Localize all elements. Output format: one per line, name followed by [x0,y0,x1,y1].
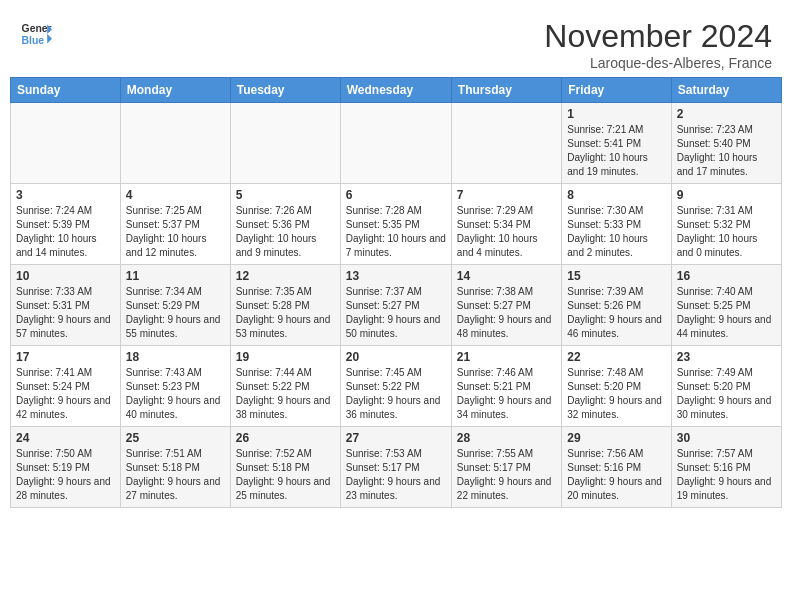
day-number: 29 [567,431,665,445]
weekday-tuesday: Tuesday [230,78,340,103]
day-cell: 8Sunrise: 7:30 AMSunset: 5:33 PMDaylight… [562,184,671,265]
day-number: 2 [677,107,776,121]
day-info: Sunrise: 7:33 AMSunset: 5:31 PMDaylight:… [16,285,115,341]
day-cell: 10Sunrise: 7:33 AMSunset: 5:31 PMDayligh… [11,265,121,346]
day-number: 17 [16,350,115,364]
day-info: Sunrise: 7:35 AMSunset: 5:28 PMDaylight:… [236,285,335,341]
day-cell [230,103,340,184]
weekday-header-row: SundayMondayTuesdayWednesdayThursdayFrid… [11,78,782,103]
day-info: Sunrise: 7:52 AMSunset: 5:18 PMDaylight:… [236,447,335,503]
svg-text:Blue: Blue [22,35,45,46]
day-info: Sunrise: 7:21 AMSunset: 5:41 PMDaylight:… [567,123,665,179]
day-number: 7 [457,188,556,202]
day-info: Sunrise: 7:34 AMSunset: 5:29 PMDaylight:… [126,285,225,341]
week-row-3: 10Sunrise: 7:33 AMSunset: 5:31 PMDayligh… [11,265,782,346]
day-cell: 22Sunrise: 7:48 AMSunset: 5:20 PMDayligh… [562,346,671,427]
day-number: 5 [236,188,335,202]
day-cell: 21Sunrise: 7:46 AMSunset: 5:21 PMDayligh… [451,346,561,427]
day-info: Sunrise: 7:48 AMSunset: 5:20 PMDaylight:… [567,366,665,422]
day-number: 16 [677,269,776,283]
day-info: Sunrise: 7:28 AMSunset: 5:35 PMDaylight:… [346,204,446,260]
day-cell: 29Sunrise: 7:56 AMSunset: 5:16 PMDayligh… [562,427,671,508]
day-number: 8 [567,188,665,202]
day-cell: 11Sunrise: 7:34 AMSunset: 5:29 PMDayligh… [120,265,230,346]
day-cell: 26Sunrise: 7:52 AMSunset: 5:18 PMDayligh… [230,427,340,508]
day-cell: 6Sunrise: 7:28 AMSunset: 5:35 PMDaylight… [340,184,451,265]
calendar-header: SundayMondayTuesdayWednesdayThursdayFrid… [11,78,782,103]
day-info: Sunrise: 7:45 AMSunset: 5:22 PMDaylight:… [346,366,446,422]
day-number: 18 [126,350,225,364]
day-cell: 17Sunrise: 7:41 AMSunset: 5:24 PMDayligh… [11,346,121,427]
logo-icon: General Blue [20,18,52,50]
weekday-sunday: Sunday [11,78,121,103]
day-cell: 27Sunrise: 7:53 AMSunset: 5:17 PMDayligh… [340,427,451,508]
day-info: Sunrise: 7:41 AMSunset: 5:24 PMDaylight:… [16,366,115,422]
day-cell: 1Sunrise: 7:21 AMSunset: 5:41 PMDaylight… [562,103,671,184]
day-cell: 9Sunrise: 7:31 AMSunset: 5:32 PMDaylight… [671,184,781,265]
week-row-2: 3Sunrise: 7:24 AMSunset: 5:39 PMDaylight… [11,184,782,265]
day-number: 30 [677,431,776,445]
day-number: 9 [677,188,776,202]
week-row-4: 17Sunrise: 7:41 AMSunset: 5:24 PMDayligh… [11,346,782,427]
day-number: 4 [126,188,225,202]
day-number: 24 [16,431,115,445]
day-info: Sunrise: 7:39 AMSunset: 5:26 PMDaylight:… [567,285,665,341]
day-number: 21 [457,350,556,364]
day-number: 12 [236,269,335,283]
weekday-saturday: Saturday [671,78,781,103]
day-cell: 20Sunrise: 7:45 AMSunset: 5:22 PMDayligh… [340,346,451,427]
day-cell: 19Sunrise: 7:44 AMSunset: 5:22 PMDayligh… [230,346,340,427]
day-number: 25 [126,431,225,445]
day-info: Sunrise: 7:57 AMSunset: 5:16 PMDaylight:… [677,447,776,503]
week-row-5: 24Sunrise: 7:50 AMSunset: 5:19 PMDayligh… [11,427,782,508]
day-number: 28 [457,431,556,445]
day-info: Sunrise: 7:53 AMSunset: 5:17 PMDaylight:… [346,447,446,503]
day-info: Sunrise: 7:50 AMSunset: 5:19 PMDaylight:… [16,447,115,503]
day-info: Sunrise: 7:43 AMSunset: 5:23 PMDaylight:… [126,366,225,422]
day-cell: 25Sunrise: 7:51 AMSunset: 5:18 PMDayligh… [120,427,230,508]
day-cell: 13Sunrise: 7:37 AMSunset: 5:27 PMDayligh… [340,265,451,346]
day-cell [11,103,121,184]
weekday-monday: Monday [120,78,230,103]
day-cell [451,103,561,184]
day-cell: 28Sunrise: 7:55 AMSunset: 5:17 PMDayligh… [451,427,561,508]
day-cell: 30Sunrise: 7:57 AMSunset: 5:16 PMDayligh… [671,427,781,508]
day-info: Sunrise: 7:55 AMSunset: 5:17 PMDaylight:… [457,447,556,503]
day-number: 6 [346,188,446,202]
day-number: 27 [346,431,446,445]
day-info: Sunrise: 7:23 AMSunset: 5:40 PMDaylight:… [677,123,776,179]
day-info: Sunrise: 7:25 AMSunset: 5:37 PMDaylight:… [126,204,225,260]
day-info: Sunrise: 7:46 AMSunset: 5:21 PMDaylight:… [457,366,556,422]
day-number: 13 [346,269,446,283]
day-number: 19 [236,350,335,364]
day-number: 15 [567,269,665,283]
day-cell [340,103,451,184]
day-number: 10 [16,269,115,283]
day-cell: 14Sunrise: 7:38 AMSunset: 5:27 PMDayligh… [451,265,561,346]
page-header: General Blue November 2024 Laroque-des-A… [10,10,782,77]
day-info: Sunrise: 7:29 AMSunset: 5:34 PMDaylight:… [457,204,556,260]
day-cell: 23Sunrise: 7:49 AMSunset: 5:20 PMDayligh… [671,346,781,427]
day-cell: 16Sunrise: 7:40 AMSunset: 5:25 PMDayligh… [671,265,781,346]
day-info: Sunrise: 7:49 AMSunset: 5:20 PMDaylight:… [677,366,776,422]
day-cell: 3Sunrise: 7:24 AMSunset: 5:39 PMDaylight… [11,184,121,265]
day-number: 22 [567,350,665,364]
day-info: Sunrise: 7:24 AMSunset: 5:39 PMDaylight:… [16,204,115,260]
title-block: November 2024 Laroque-des-Alberes, Franc… [544,18,772,71]
week-row-1: 1Sunrise: 7:21 AMSunset: 5:41 PMDaylight… [11,103,782,184]
day-number: 3 [16,188,115,202]
day-cell: 15Sunrise: 7:39 AMSunset: 5:26 PMDayligh… [562,265,671,346]
weekday-thursday: Thursday [451,78,561,103]
logo: General Blue [20,18,52,50]
day-cell: 5Sunrise: 7:26 AMSunset: 5:36 PMDaylight… [230,184,340,265]
calendar-body: 1Sunrise: 7:21 AMSunset: 5:41 PMDaylight… [11,103,782,508]
day-cell [120,103,230,184]
day-cell: 18Sunrise: 7:43 AMSunset: 5:23 PMDayligh… [120,346,230,427]
day-info: Sunrise: 7:44 AMSunset: 5:22 PMDaylight:… [236,366,335,422]
day-info: Sunrise: 7:30 AMSunset: 5:33 PMDaylight:… [567,204,665,260]
weekday-friday: Friday [562,78,671,103]
day-cell: 4Sunrise: 7:25 AMSunset: 5:37 PMDaylight… [120,184,230,265]
day-number: 11 [126,269,225,283]
day-info: Sunrise: 7:51 AMSunset: 5:18 PMDaylight:… [126,447,225,503]
day-info: Sunrise: 7:37 AMSunset: 5:27 PMDaylight:… [346,285,446,341]
